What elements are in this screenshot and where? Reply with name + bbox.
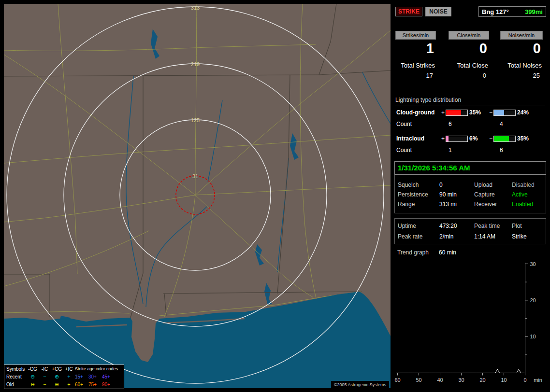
status-box: Squelch 0 Upload Disabled Persistence 90…	[394, 175, 546, 213]
total-noises-value: 25	[500, 72, 543, 79]
cg-positive-bar	[446, 110, 468, 116]
cg-negative-pct: 24%	[517, 109, 529, 116]
upload-status: Disabled	[512, 182, 535, 188]
noises-rate-value: 0	[500, 41, 543, 56]
cg-positive-count: 6	[449, 121, 452, 127]
total-noises-label: Total Noises	[500, 62, 543, 69]
cg-positive-pct: 35%	[469, 109, 481, 116]
svg-text:20: 20	[479, 377, 485, 383]
neg-cg-recent-icon: ⊖	[27, 374, 39, 379]
cg-negative-count: 4	[500, 121, 503, 127]
total-strikes-value: 17	[395, 72, 436, 79]
neg-cg-old-icon: ⊖	[27, 382, 39, 387]
pos-ic-recent-icon: +	[63, 374, 75, 379]
ic-positive-bar	[446, 136, 468, 142]
close-column: Close/min 0 Total Close 0	[449, 31, 489, 79]
age-75: 75+	[88, 382, 102, 387]
copyright: ©2005 Astrogenic Systems	[331, 381, 389, 389]
peak-time-label: Peak time	[474, 223, 500, 229]
receiver-status: Enabled	[512, 201, 533, 208]
legend-recent-label: Recent	[6, 374, 27, 379]
ic-negative-count: 6	[500, 147, 503, 154]
trend-window-value: 60 min	[439, 249, 456, 256]
squelch-label: Squelch	[398, 182, 419, 188]
legend-age-header: Strike age color codes	[75, 366, 124, 371]
peak-time-value: 1:14 AM	[474, 233, 495, 240]
bearing-display: Bng 127° 399mi	[478, 6, 546, 17]
receiver-label: Receiver	[474, 201, 497, 208]
plot-mode-value: Strike	[512, 233, 527, 240]
noise-button[interactable]: NOISE	[425, 7, 451, 16]
age-15: 15+	[75, 374, 88, 379]
close-per-min-button[interactable]: Close/min	[449, 31, 489, 40]
plus-sign: +	[441, 135, 445, 142]
svg-text:30: 30	[530, 261, 536, 267]
uptime-label: Uptime	[398, 223, 416, 229]
range-value: 313 mi	[439, 201, 457, 208]
intracloud-label: Intracloud	[396, 135, 424, 142]
peak-rate-label: Peak rate	[398, 233, 422, 240]
legend-recent-row: Recent ⊖ − ⊕ + 15+ 30+ 45+	[4, 373, 124, 380]
svg-text:30: 30	[458, 377, 464, 383]
cg-positive-bar-fill	[446, 110, 461, 115]
map-legend: Symbols -CG -IC +CG +IC Strike age color…	[4, 364, 124, 389]
close-rate-value: 0	[449, 41, 489, 56]
cloud-ground-label: Cloud-ground	[396, 109, 434, 116]
legend-col-pos-ic: +IC	[63, 366, 75, 372]
map-area[interactable]: 313 219 125 31 Symbols -CG -IC +CG +IC S…	[4, 4, 391, 388]
bearing-range: 399mi	[525, 8, 543, 15]
legend-col-pos-cg: +CG	[51, 366, 63, 372]
ic-negative-bar	[493, 136, 516, 142]
ic-negative-bar-fill	[494, 136, 509, 141]
strikes-rate-value: 1	[395, 41, 436, 56]
total-close-value: 0	[449, 72, 489, 79]
persistence-value: 90 min	[439, 191, 457, 198]
cg-negative-bar-fill	[494, 110, 504, 115]
noises-column: Noises/min 0 Total Noises 25	[500, 31, 543, 79]
legend-symbols-header: Symbols	[6, 366, 27, 372]
ic-count-label: Count	[396, 147, 412, 154]
plot-label: Plot	[512, 223, 522, 229]
strikes-per-min-button[interactable]: Strikes/min	[395, 31, 436, 40]
noises-per-min-button[interactable]: Noises/min	[500, 31, 543, 40]
range-label: Range	[398, 201, 415, 208]
legend-col-neg-ic: -IC	[39, 366, 51, 372]
svg-text:50: 50	[416, 377, 421, 383]
persistence-label: Persistence	[398, 191, 428, 198]
ic-positive-count: 1	[449, 147, 452, 154]
neg-ic-old-icon: −	[39, 382, 51, 387]
uptime-value: 473:20	[439, 223, 457, 229]
age-90: 90+	[102, 382, 116, 387]
svg-text:20: 20	[530, 297, 536, 303]
bearing-value: Bng 127°	[482, 8, 509, 15]
age-60: 60+	[75, 382, 88, 387]
legend-col-neg-cg: -CG	[27, 366, 39, 372]
total-close-label: Total Close	[449, 62, 489, 69]
capture-status: Active	[512, 191, 528, 198]
neg-ic-recent-icon: −	[39, 374, 51, 379]
distribution-title: Lightning type distribution	[395, 97, 545, 106]
legend-old-label: Old	[6, 382, 27, 387]
ring-label-219: 219	[191, 61, 200, 67]
upload-label: Upload	[474, 182, 492, 188]
minus-sign: −	[489, 109, 492, 116]
peak-rate-value: 2/min	[439, 233, 453, 240]
svg-text:10: 10	[530, 334, 536, 339]
age-45: 45+	[102, 374, 116, 379]
legend-old-row: Old ⊖ − ⊕ + 60+ 75+ 90+	[4, 380, 124, 388]
plus-sign: +	[441, 109, 445, 116]
minus-sign: −	[489, 135, 492, 142]
strike-map[interactable]: 313 219 125 31	[4, 4, 391, 388]
control-panel: STRIKE NOISE Bng 127° 399mi Strikes/min …	[394, 4, 546, 388]
pos-ic-old-icon: +	[63, 382, 75, 387]
squelch-value: 0	[439, 182, 443, 188]
svg-text:60: 60	[394, 377, 400, 383]
strike-button[interactable]: STRIKE	[395, 7, 422, 16]
ring-label-31: 31	[192, 173, 198, 179]
capture-label: Capture	[474, 191, 495, 198]
trend-graph-label: Trend graph	[397, 249, 429, 256]
ic-negative-pct: 35%	[517, 135, 529, 142]
svg-text:10: 10	[501, 377, 507, 383]
nexstorm-window: 313 219 125 31 Symbols -CG -IC +CG +IC S…	[0, 0, 550, 392]
cg-negative-bar	[493, 110, 516, 116]
